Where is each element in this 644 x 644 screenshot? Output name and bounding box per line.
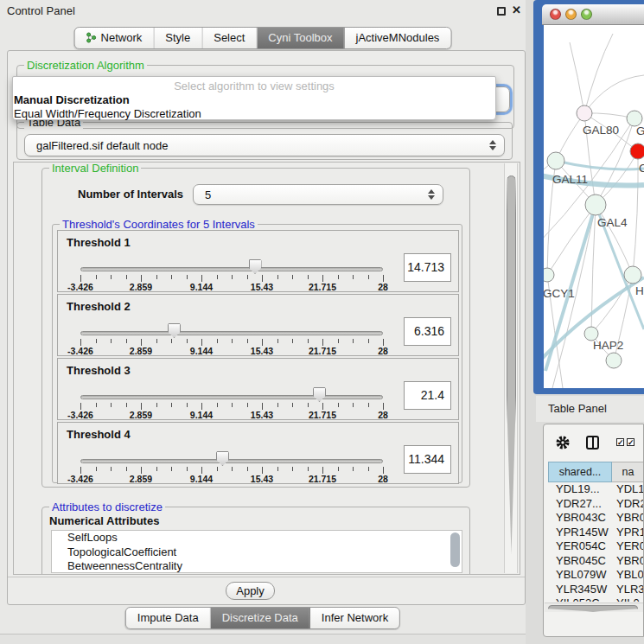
table-panel-header: Table Panel bbox=[536, 396, 644, 422]
algorithm-option[interactable]: Equal Width/Frequency Discretization bbox=[13, 107, 495, 121]
GAL11-node[interactable] bbox=[547, 152, 564, 169]
cell-name: YBL0 bbox=[612, 568, 644, 583]
table-row[interactable]: YBR045CYBR0 bbox=[548, 554, 644, 569]
slider-thumb[interactable] bbox=[168, 323, 181, 338]
tab-label: Network bbox=[101, 31, 143, 44]
cell-shared-name: YER054C bbox=[548, 539, 612, 554]
tab-jactivemnodules[interactable]: jActiveMNodules bbox=[345, 28, 451, 48]
table-row[interactable]: YLR345WYLR3 bbox=[548, 583, 644, 597]
network-edge[interactable] bbox=[570, 42, 584, 113]
gear-icon[interactable] bbox=[555, 435, 571, 450]
table-row[interactable]: YBL079WYBL0 bbox=[548, 568, 644, 583]
slider-track[interactable] bbox=[80, 267, 383, 271]
tab-style[interactable]: Style bbox=[154, 28, 202, 48]
column-header-name[interactable]: na bbox=[612, 462, 644, 482]
red-node[interactable] bbox=[630, 143, 644, 159]
table-row[interactable]: YPR145WYPR1 bbox=[548, 526, 644, 540]
attribute-list-item[interactable]: BetweennessCentrality bbox=[52, 559, 462, 573]
tab-discretize-data[interactable]: Discretize Data bbox=[211, 608, 310, 628]
network-edge-thick[interactable] bbox=[556, 161, 644, 169]
tab-impute-data[interactable]: Impute Data bbox=[126, 608, 211, 628]
apply-button[interactable]: Apply bbox=[226, 582, 275, 600]
table-row[interactable]: YBR043CYBR0 bbox=[548, 511, 644, 526]
node-label: HAP2 bbox=[593, 339, 623, 352]
table-row[interactable]: YDR27...YDR2 bbox=[548, 497, 644, 512]
slider-thumb[interactable] bbox=[313, 387, 326, 402]
threshold-panel: Threshold 2-3.4262.8599.14415.4321.71528… bbox=[57, 294, 459, 356]
tab-infer-network[interactable]: Infer Network bbox=[310, 608, 399, 628]
table-data-value: galFiltered.sif default node bbox=[36, 135, 168, 156]
cell-name: YIL0 bbox=[612, 596, 644, 602]
threshold-label: Threshold 2 bbox=[67, 300, 131, 313]
table-data-combobox[interactable]: galFiltered.sif default node bbox=[24, 134, 505, 156]
cell-shared-name: YIL052C bbox=[548, 596, 612, 602]
discretization-algorithm-label: Discretization Algorithm bbox=[24, 59, 147, 72]
GAL4-node[interactable] bbox=[585, 194, 606, 215]
algorithm-option[interactable]: Manual Discretization bbox=[13, 93, 495, 107]
tab-select[interactable]: Select bbox=[202, 28, 257, 48]
cell-name: YDR2 bbox=[612, 497, 644, 512]
cell-shared-name: YPR145W bbox=[548, 526, 612, 540]
slider-track[interactable] bbox=[80, 395, 383, 399]
tab-network[interactable]: Network bbox=[75, 28, 155, 48]
threshold-panel: Threshold 1-3.4262.8599.14415.4321.71528… bbox=[57, 230, 459, 292]
slider-thumb[interactable] bbox=[216, 451, 229, 466]
close-icon[interactable]: ✕ bbox=[512, 3, 521, 16]
panel-vertical-scrollbar[interactable] bbox=[504, 163, 518, 573]
slider-thumb[interactable] bbox=[249, 259, 262, 274]
GAL80-node[interactable] bbox=[577, 105, 592, 121]
tab-label: Infer Network bbox=[322, 611, 388, 624]
tab-label: Discretize Data bbox=[222, 611, 298, 624]
zoom-light-icon[interactable] bbox=[581, 9, 592, 20]
float-window-icon[interactable] bbox=[497, 7, 506, 16]
attributes-group: Attributes to discretize Numerical Attri… bbox=[41, 507, 470, 575]
tab-label: jActiveMNodules bbox=[356, 31, 440, 44]
attribute-list-item[interactable]: SelfLoops bbox=[52, 531, 462, 545]
network-view-window: GAL80GACGAL11GAL4GCY1HHAP2 bbox=[533, 0, 644, 394]
split-column-icon[interactable] bbox=[586, 436, 599, 450]
slider-track[interactable] bbox=[80, 459, 383, 463]
attribute-list-item[interactable]: TopologicalCoefficient bbox=[52, 545, 462, 560]
attributes-group-label: Attributes to discretize bbox=[49, 501, 165, 513]
threshold-value-field[interactable]: 6.316 bbox=[404, 317, 451, 346]
threshold-value-field[interactable]: 21.4 bbox=[404, 381, 451, 410]
network-window-titlebar[interactable] bbox=[542, 4, 644, 25]
table-row[interactable]: YDL19...YDL1 bbox=[548, 482, 644, 497]
bottom-node[interactable] bbox=[606, 353, 622, 368]
scrollbar-thumb[interactable] bbox=[548, 605, 638, 612]
threshold-label: Threshold 4 bbox=[67, 428, 131, 441]
H-node[interactable] bbox=[624, 266, 641, 284]
table-row[interactable]: YIL052CYIL0 bbox=[548, 596, 644, 602]
algorithm-dropdown-popup: Select algorithm to view settings Manual… bbox=[12, 76, 496, 120]
numerical-attributes-list: SelfLoopsTopologicalCoefficientBetweenne… bbox=[51, 530, 462, 573]
cyni-toolbox-panel: Discretization Algorithm Table Data galF… bbox=[7, 50, 526, 605]
numerical-attributes-label: Numerical Attributes bbox=[49, 514, 159, 527]
apply-strip: Apply bbox=[8, 577, 525, 605]
threshold-value-field[interactable]: 11.344 bbox=[404, 445, 451, 474]
cell-shared-name: YBR045C bbox=[548, 554, 612, 569]
network-canvas[interactable]: GAL80GACGAL11GAL4GCY1HHAP2 bbox=[544, 25, 644, 388]
threshold-value-field[interactable]: 14.713 bbox=[404, 253, 451, 282]
interval-definition-group: Interval Definition Number of Intervals … bbox=[41, 168, 470, 488]
network-edge[interactable] bbox=[584, 34, 613, 113]
checkbox-checked-icon[interactable]: ✓ bbox=[627, 438, 634, 446]
tab-cyni-toolbox[interactable]: Cyni Toolbox bbox=[257, 28, 344, 48]
slider-track[interactable] bbox=[80, 331, 383, 335]
table-row[interactable]: YER054CYER0 bbox=[548, 539, 644, 554]
number-of-intervals-label: Number of Intervals bbox=[78, 188, 183, 201]
bottom-tab-bar: Impute DataDiscretize DataInfer Network bbox=[125, 607, 400, 629]
cell-name: YBR0 bbox=[612, 511, 644, 526]
algorithm-hint: Select algorithm to view settings bbox=[13, 77, 495, 93]
table-horizontal-scrollbar[interactable] bbox=[545, 603, 644, 612]
scrollbar-thumb[interactable] bbox=[507, 175, 516, 554]
top-tab-bar: NetworkStyleSelectCyni ToolboxjActiveMNo… bbox=[74, 27, 452, 49]
node-label: GAL11 bbox=[552, 173, 588, 186]
minimize-light-icon[interactable] bbox=[565, 9, 577, 20]
list-scrollbar-thumb[interactable] bbox=[450, 532, 460, 567]
number-of-intervals-combobox[interactable]: 5 bbox=[193, 184, 443, 205]
GCY1-node[interactable] bbox=[544, 268, 554, 282]
checkbox-checked-icon[interactable]: ✓ bbox=[616, 438, 624, 446]
column-header-shared[interactable]: shared... bbox=[548, 462, 612, 482]
close-light-icon[interactable] bbox=[550, 9, 561, 20]
tab-label: Style bbox=[165, 31, 190, 44]
